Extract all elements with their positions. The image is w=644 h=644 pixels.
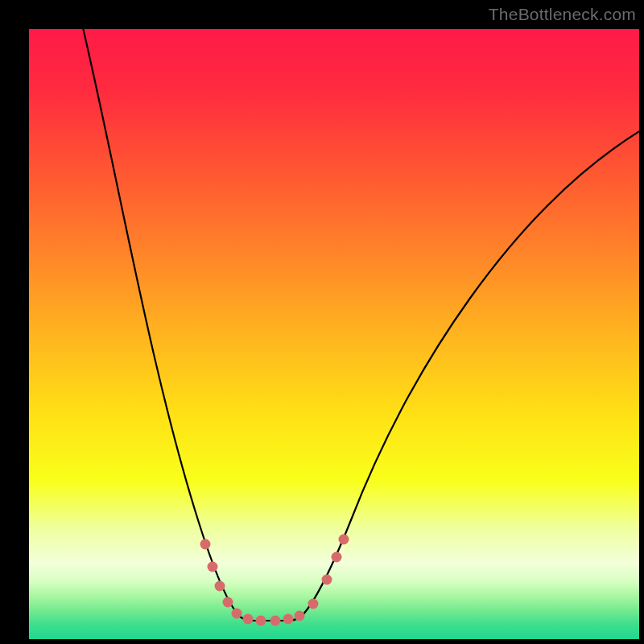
marker-dot bbox=[332, 552, 342, 563]
marker-dot bbox=[270, 616, 281, 626]
watermark-text: TheBottleneck.com bbox=[489, 5, 636, 24]
marker-dot bbox=[256, 616, 266, 626]
marker-dot bbox=[215, 581, 225, 592]
plot-area bbox=[28, 28, 640, 640]
marker-dot bbox=[243, 614, 254, 625]
marker-dot bbox=[339, 535, 349, 545]
marker-dot bbox=[208, 562, 218, 572]
marker-dot bbox=[283, 614, 294, 625]
marker-dot bbox=[322, 575, 332, 585]
optimal-range-markers bbox=[200, 535, 349, 626]
marker-dot bbox=[200, 539, 211, 550]
chart-frame: TheBottleneck.com bbox=[0, 0, 644, 644]
marker-dot bbox=[223, 597, 233, 608]
marker-dot bbox=[232, 609, 242, 619]
marker-dot bbox=[295, 611, 305, 621]
marker-dot bbox=[308, 599, 319, 609]
curve-layer bbox=[29, 29, 639, 639]
bottleneck-curve bbox=[81, 29, 639, 621]
